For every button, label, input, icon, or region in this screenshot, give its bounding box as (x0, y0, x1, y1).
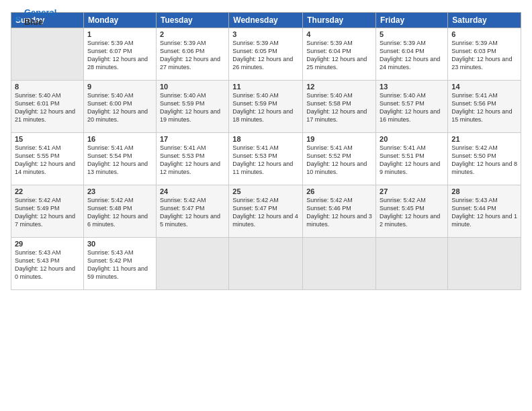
day-number: 12 (306, 83, 372, 91)
calendar-body: 1Sunrise: 5:39 AMSunset: 6:07 PMDaylight… (11, 28, 521, 290)
calendar-week-row: 15Sunrise: 5:41 AMSunset: 5:55 PMDayligh… (11, 133, 521, 185)
cell-content: Sunrise: 5:43 AMSunset: 5:42 PMDaylight:… (87, 249, 148, 280)
calendar-cell: 28Sunrise: 5:43 AMSunset: 5:44 PMDayligh… (448, 185, 521, 238)
day-number: 11 (232, 83, 299, 91)
weekday-header: Monday (83, 13, 156, 28)
day-number: 29 (15, 240, 80, 248)
calendar-table: SundayMondayTuesdayWednesdayThursdayFrid… (11, 12, 521, 290)
calendar-cell: 14Sunrise: 5:41 AMSunset: 5:56 PMDayligh… (448, 81, 521, 133)
cell-content: Sunrise: 5:40 AMSunset: 5:57 PMDaylight:… (380, 92, 440, 123)
calendar-cell: 23Sunrise: 5:42 AMSunset: 5:48 PMDayligh… (83, 185, 156, 238)
calendar-week-row: 1Sunrise: 5:39 AMSunset: 6:07 PMDaylight… (11, 28, 521, 81)
calendar-week-row: 8Sunrise: 5:40 AMSunset: 6:01 PMDaylight… (11, 81, 521, 133)
calendar-cell: 27Sunrise: 5:42 AMSunset: 5:45 PMDayligh… (376, 185, 448, 238)
cell-content: Sunrise: 5:43 AMSunset: 5:43 PMDaylight:… (15, 249, 75, 280)
cell-content: Sunrise: 5:41 AMSunset: 5:53 PMDaylight:… (232, 144, 293, 175)
cell-content: Sunrise: 5:41 AMSunset: 5:52 PMDaylight:… (306, 144, 367, 175)
calendar-cell: 6Sunrise: 5:39 AMSunset: 6:03 PMDaylight… (448, 28, 521, 81)
cell-content: Sunrise: 5:39 AMSunset: 6:07 PMDaylight:… (87, 40, 148, 71)
day-number: 25 (232, 187, 299, 195)
cell-content: Sunrise: 5:42 AMSunset: 5:50 PMDaylight:… (451, 144, 517, 175)
day-number: 4 (306, 30, 372, 38)
cell-content: Sunrise: 5:41 AMSunset: 5:55 PMDaylight:… (15, 144, 75, 175)
cell-content: Sunrise: 5:41 AMSunset: 5:56 PMDaylight:… (451, 92, 512, 123)
day-number: 21 (451, 135, 517, 143)
logo-text-line1: General (24, 8, 56, 17)
day-number: 27 (380, 187, 444, 195)
weekday-header: Saturday (448, 13, 521, 28)
day-number: 26 (306, 187, 372, 195)
weekday-header: Wednesday (229, 13, 303, 28)
cell-content: Sunrise: 5:40 AMSunset: 5:59 PMDaylight:… (232, 92, 293, 123)
day-number: 17 (160, 135, 225, 143)
calendar-cell: 5Sunrise: 5:39 AMSunset: 6:04 PMDaylight… (376, 28, 448, 81)
day-number: 6 (451, 30, 517, 38)
cell-content: Sunrise: 5:39 AMSunset: 6:04 PMDaylight:… (306, 40, 367, 71)
day-number: 23 (87, 187, 152, 195)
calendar-cell: 16Sunrise: 5:41 AMSunset: 5:54 PMDayligh… (83, 133, 156, 185)
day-number: 10 (160, 83, 225, 91)
calendar-cell: 18Sunrise: 5:41 AMSunset: 5:53 PMDayligh… (229, 133, 303, 185)
cell-content: Sunrise: 5:39 AMSunset: 6:03 PMDaylight:… (451, 40, 512, 71)
calendar-cell: 4Sunrise: 5:39 AMSunset: 6:04 PMDaylight… (303, 28, 376, 81)
calendar-cell: 29Sunrise: 5:43 AMSunset: 5:43 PMDayligh… (11, 238, 84, 290)
calendar-cell: 12Sunrise: 5:40 AMSunset: 5:58 PMDayligh… (303, 81, 376, 133)
calendar-cell: 22Sunrise: 5:42 AMSunset: 5:49 PMDayligh… (11, 185, 84, 238)
calendar-cell: 25Sunrise: 5:42 AMSunset: 5:47 PMDayligh… (229, 185, 303, 238)
day-number: 19 (306, 135, 372, 143)
calendar-cell (229, 238, 303, 290)
calendar-cell: 3Sunrise: 5:39 AMSunset: 6:05 PMDaylight… (229, 28, 303, 81)
logo: General Blue (11, 8, 56, 28)
calendar-cell: 24Sunrise: 5:42 AMSunset: 5:47 PMDayligh… (156, 185, 228, 238)
day-number: 9 (87, 83, 152, 91)
day-number: 15 (15, 135, 80, 143)
cell-content: Sunrise: 5:41 AMSunset: 5:54 PMDaylight:… (87, 144, 148, 175)
cell-content: Sunrise: 5:43 AMSunset: 5:44 PMDaylight:… (451, 197, 517, 228)
calendar-header-row: SundayMondayTuesdayWednesdayThursdayFrid… (11, 13, 521, 28)
day-number: 24 (160, 187, 225, 195)
day-number: 2 (160, 30, 225, 38)
cell-content: Sunrise: 5:39 AMSunset: 6:06 PMDaylight:… (160, 40, 220, 71)
cell-content: Sunrise: 5:40 AMSunset: 5:59 PMDaylight:… (160, 92, 220, 123)
calendar-cell: 21Sunrise: 5:42 AMSunset: 5:50 PMDayligh… (448, 133, 521, 185)
weekday-header: Thursday (303, 13, 376, 28)
day-number: 28 (451, 187, 517, 195)
calendar-cell: 30Sunrise: 5:43 AMSunset: 5:42 PMDayligh… (83, 238, 156, 290)
calendar-cell: 15Sunrise: 5:41 AMSunset: 5:55 PMDayligh… (11, 133, 84, 185)
day-number: 3 (232, 30, 299, 38)
day-number: 18 (232, 135, 299, 143)
cell-content: Sunrise: 5:39 AMSunset: 6:04 PMDaylight:… (380, 40, 440, 71)
cell-content: Sunrise: 5:42 AMSunset: 5:45 PMDaylight:… (380, 197, 440, 228)
cell-content: Sunrise: 5:41 AMSunset: 5:53 PMDaylight:… (160, 144, 220, 175)
cell-content: Sunrise: 5:40 AMSunset: 5:58 PMDaylight:… (306, 92, 367, 123)
cell-content: Sunrise: 5:42 AMSunset: 5:47 PMDaylight:… (160, 197, 220, 228)
day-number: 20 (380, 135, 444, 143)
cell-content: Sunrise: 5:40 AMSunset: 6:01 PMDaylight:… (15, 92, 75, 123)
day-number: 30 (87, 240, 152, 248)
calendar-cell (303, 238, 376, 290)
calendar-cell: 17Sunrise: 5:41 AMSunset: 5:53 PMDayligh… (156, 133, 228, 185)
day-number: 8 (15, 83, 80, 91)
cell-content: Sunrise: 5:42 AMSunset: 5:49 PMDaylight:… (15, 197, 75, 228)
calendar-cell: 11Sunrise: 5:40 AMSunset: 5:59 PMDayligh… (229, 81, 303, 133)
day-number: 5 (380, 30, 444, 38)
logo-text-line2: Blue (24, 17, 56, 27)
weekday-header: Tuesday (156, 13, 228, 28)
day-number: 14 (451, 83, 517, 91)
calendar-week-row: 22Sunrise: 5:42 AMSunset: 5:49 PMDayligh… (11, 185, 521, 238)
cell-content: Sunrise: 5:42 AMSunset: 5:48 PMDaylight:… (87, 197, 148, 228)
cell-content: Sunrise: 5:40 AMSunset: 6:00 PMDaylight:… (87, 92, 148, 123)
day-number: 22 (15, 187, 80, 195)
page: General Blue SundayMondayTuesdayWednesda… (0, 0, 532, 411)
calendar-cell: 8Sunrise: 5:40 AMSunset: 6:01 PMDaylight… (11, 81, 84, 133)
calendar-cell (376, 238, 448, 290)
calendar-header (11, 7, 521, 9)
calendar-cell: 10Sunrise: 5:40 AMSunset: 5:59 PMDayligh… (156, 81, 228, 133)
day-number: 16 (87, 135, 152, 143)
day-number: 13 (380, 83, 444, 91)
calendar-cell (448, 238, 521, 290)
calendar-cell (156, 238, 228, 290)
weekday-header: Friday (376, 13, 448, 28)
calendar-week-row: 29Sunrise: 5:43 AMSunset: 5:43 PMDayligh… (11, 238, 521, 290)
calendar-cell: 20Sunrise: 5:41 AMSunset: 5:51 PMDayligh… (376, 133, 448, 185)
